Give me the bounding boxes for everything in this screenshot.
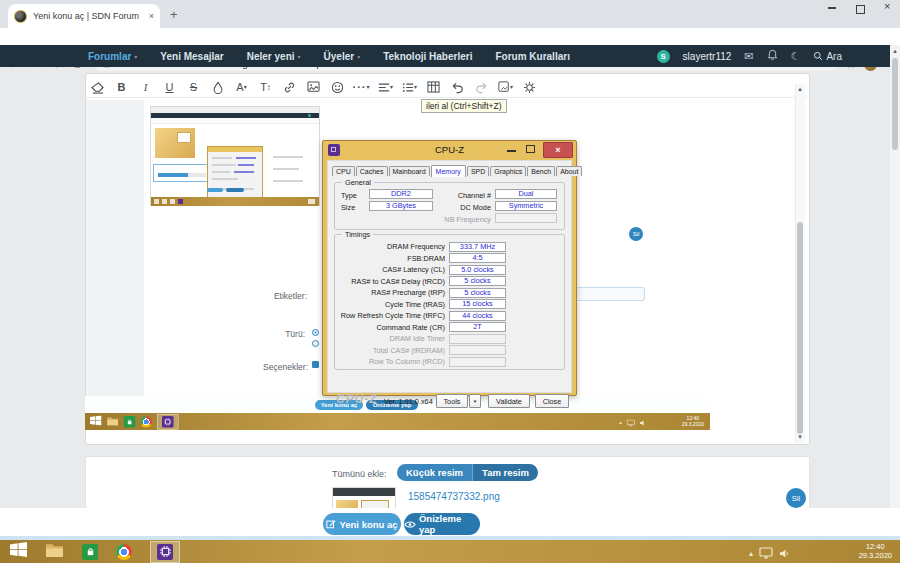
nav-item-forumlar[interactable]: Forumlar▾: [88, 51, 137, 62]
cpuz-tab-caches[interactable]: Caches: [356, 166, 388, 176]
nav-item-teknoloji-haberleri[interactable]: Teknoloji Haberleri: [383, 51, 472, 62]
new-tab-button[interactable]: +: [170, 7, 178, 22]
nav-item-yeni-mesajlar[interactable]: Yeni Mesajlar: [160, 51, 223, 62]
editor-toolbar: B I U S A▾ T↕ ···▾ ▾ ▾ ▾: [90, 78, 537, 96]
nested-screenshot-image[interactable]: [150, 106, 320, 206]
browser-scrollbar-thumb[interactable]: [892, 58, 898, 150]
taskbar: ▴ 12:40 29.3.2020: [0, 540, 900, 563]
browser-tab[interactable]: Yeni konu aç | SDN Forum ×: [8, 4, 160, 28]
timing-value: 4:5: [449, 253, 506, 263]
compose-icon: [326, 519, 336, 529]
screen: Yeni konu aç | SDN Forum × + × ← → ↻ ⌂ f…: [0, 0, 900, 563]
timing-value: 5 clocks: [449, 276, 506, 286]
store-icon[interactable]: [82, 544, 98, 560]
more-options-button[interactable]: ···▾: [354, 80, 369, 95]
undo-icon[interactable]: [450, 80, 465, 95]
options-checkbox[interactable]: [312, 361, 319, 368]
preview-button[interactable]: Önizleme yap: [404, 513, 480, 535]
fullsize-insert-button[interactable]: Tam resim: [472, 464, 538, 481]
embedded-explorer-icon: [107, 415, 119, 428]
cpuz-validate-button[interactable]: Validate: [488, 394, 530, 408]
remove-format-eraser-icon[interactable]: [90, 80, 105, 95]
attachment-filename-link[interactable]: 1585474737332.png: [408, 491, 500, 502]
network-icon[interactable]: [759, 547, 773, 559]
search-button[interactable]: Ara: [813, 51, 842, 62]
cpuz-tab-mainboard[interactable]: Mainboard: [389, 166, 430, 176]
cpuz-tab-memory[interactable]: Memory: [431, 165, 466, 177]
timing-value: [449, 345, 506, 355]
type-radio-selected[interactable]: [312, 329, 319, 336]
bold-button[interactable]: B: [114, 80, 129, 95]
text-color-droplet-icon[interactable]: [210, 80, 225, 95]
taskbar-clock[interactable]: 12:40 29.3.2020: [859, 543, 892, 560]
strikethrough-button[interactable]: S: [186, 80, 201, 95]
new-topic-button[interactable]: Yeni konu aç: [323, 513, 401, 535]
editor-scrollbar-thumb[interactable]: [797, 222, 803, 434]
cpuz-tools-button[interactable]: Tools: [436, 394, 468, 408]
dark-mode-moon-icon[interactable]: ☾: [791, 50, 801, 63]
tab-close-icon[interactable]: ×: [149, 11, 154, 21]
tray-up-icon[interactable]: ▴: [749, 549, 753, 558]
cpuz-tab-cpu[interactable]: CPU: [332, 166, 355, 176]
font-size-button[interactable]: T↕: [258, 80, 273, 95]
cpuz-tab-about[interactable]: About: [556, 166, 582, 176]
insert-media-button[interactable]: ▾: [498, 80, 513, 95]
chevron-down-icon: ▾: [134, 53, 137, 60]
alerts-bell-icon[interactable]: [767, 47, 778, 65]
embedded-chrome-icon: [140, 416, 152, 428]
cpuz-close-action-button[interactable]: Close: [535, 394, 569, 408]
user-avatar[interactable]: S: [657, 50, 670, 63]
window-close-button[interactable]: ×: [884, 0, 890, 12]
general-channel-value: Dual: [495, 189, 557, 199]
cpuz-tab-spd[interactable]: SPD: [467, 166, 489, 176]
general-type-label: Type: [341, 191, 357, 200]
insert-link-icon[interactable]: [282, 80, 297, 95]
delete-attachment-button-small[interactable]: Sil: [629, 227, 643, 241]
delete-attachment-button[interactable]: Sil: [786, 488, 806, 508]
list-button[interactable]: ▾: [402, 80, 417, 95]
italic-button[interactable]: I: [138, 80, 153, 95]
username[interactable]: slayertr112: [683, 51, 732, 62]
cpuz-maximize-button[interactable]: [526, 145, 535, 153]
underline-button[interactable]: U: [162, 80, 177, 95]
scroll-up-icon[interactable]: ▲: [797, 86, 803, 92]
font-family-button[interactable]: A▾: [234, 80, 249, 95]
speaker-icon[interactable]: [779, 548, 790, 559]
cpuz-tab-bench[interactable]: Bench: [527, 166, 555, 176]
insert-table-icon[interactable]: [426, 80, 441, 95]
cpuz-minimize-button[interactable]: [507, 150, 516, 152]
cpuz-taskbar-tile[interactable]: [150, 541, 180, 563]
tags-input-fragment[interactable]: [577, 287, 645, 301]
nav-item-uyeler[interactable]: Üyeler▾: [324, 51, 361, 62]
start-button[interactable]: [10, 542, 27, 561]
insert-image-icon[interactable]: [306, 80, 321, 95]
nav-item-forum-kurallari[interactable]: Forum Kuralları: [495, 51, 569, 62]
redo-icon[interactable]: [474, 80, 489, 95]
embedded-speaker-icon: [640, 419, 647, 426]
chrome-icon[interactable]: [116, 544, 132, 560]
cpuz-tab-graphics[interactable]: Graphics: [490, 166, 526, 176]
general-dcmode-label: DC Mode: [443, 203, 491, 212]
window-minimize-button[interactable]: [828, 2, 836, 14]
general-dcmode-value: Symmetric: [495, 201, 557, 211]
timing-value: 5.0 clocks: [449, 265, 506, 275]
scroll-up-icon[interactable]: ▲: [892, 48, 898, 54]
cpuz-tools-dropdown[interactable]: ▾: [469, 394, 481, 408]
emoji-smiley-icon[interactable]: [330, 80, 345, 95]
inbox-mail-icon[interactable]: ✉: [744, 50, 753, 63]
cpuz-window[interactable]: CPU-Z × CPU Caches Mainboard Memory SPD …: [322, 140, 577, 396]
align-button[interactable]: ▾: [378, 80, 393, 95]
scroll-down-icon[interactable]: ▼: [797, 434, 803, 440]
window-maximize-button[interactable]: [856, 3, 865, 15]
nested-preview-button: [226, 188, 244, 192]
gear-icon[interactable]: [522, 80, 537, 95]
file-explorer-icon[interactable]: [45, 542, 64, 561]
type-radio[interactable]: [312, 340, 319, 347]
redo-tooltip: ileri al (Ctrl+Shift+Z): [421, 99, 507, 113]
nested-editor-body: [151, 124, 319, 197]
chevron-down-icon: ▾: [298, 53, 301, 60]
nav-item-neler-yeni[interactable]: Neler yeni▾: [247, 51, 301, 62]
thumbnail-insert-button[interactable]: Küçük resim: [397, 464, 472, 481]
cpuz-close-button[interactable]: ×: [543, 142, 573, 158]
embedded-store-icon: [124, 416, 136, 428]
